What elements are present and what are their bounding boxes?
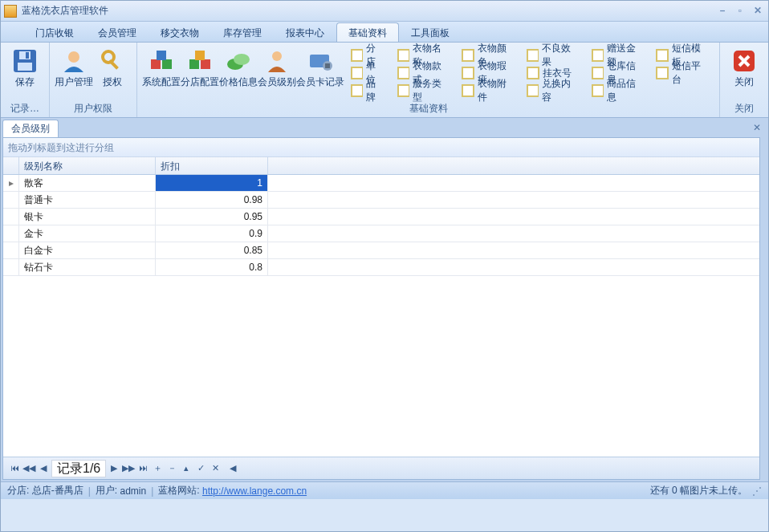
close-window-button[interactable]: ✕ — [751, 4, 765, 18]
nav-prev-button[interactable]: ◀ — [37, 462, 50, 475]
resize-grip-icon[interactable]: ⋰ — [752, 485, 762, 497]
cell-name[interactable]: 普通卡 — [19, 192, 156, 208]
ribbon-group-basedata-label: 基础资料 — [142, 100, 714, 116]
save-button[interactable]: 保存 — [6, 46, 44, 100]
status-sep: | — [151, 485, 153, 497]
status-user-label: 用户: — [96, 484, 117, 497]
member-icon — [264, 48, 290, 74]
cell-discount[interactable]: 0.95 — [156, 209, 268, 225]
cell-discount[interactable]: 0.8 — [156, 259, 268, 275]
svg-rect-44 — [593, 51, 603, 60]
status-upload-msg: 还有 0 幅图片未上传。 — [650, 484, 747, 497]
panel: 拖动列标题到这进行分组 级别名称 折扣 ▸ 散客 1 普通卡 0.98 — [2, 137, 760, 480]
tab-reports[interactable]: 报表中心 — [274, 22, 336, 42]
nav-scroll-left-button[interactable]: ◀ — [226, 462, 239, 475]
item-service-type[interactable]: 服务类型 — [394, 83, 453, 99]
svg-rect-8 — [162, 59, 172, 69]
table-row[interactable]: 白金卡 0.85 — [3, 242, 759, 259]
ribbon-group-close: 关闭 关闭 — [720, 43, 768, 117]
item-exchange[interactable]: 兑换内容 — [523, 83, 582, 99]
ribbon-list-col-6: 短信模板 短信平台 — [649, 46, 714, 100]
col-header-name[interactable]: 级别名称 — [19, 157, 156, 174]
status-user: admin — [120, 485, 147, 497]
close-panel-button[interactable]: 关闭 — [725, 46, 763, 100]
group-hint[interactable]: 拖动列标题到这进行分组 — [3, 138, 759, 157]
status-branch-label: 分店: — [7, 484, 29, 497]
panel-tab-close-button[interactable]: ✕ — [751, 122, 763, 135]
maximize-button[interactable]: ▫ — [733, 4, 747, 18]
nav-edit-button[interactable]: ▴ — [180, 462, 193, 475]
item-brand[interactable]: 品牌 — [348, 83, 388, 99]
svg-rect-3 — [26, 52, 29, 59]
svg-rect-36 — [463, 86, 473, 95]
data-navigator: ⏮ ◀◀ ◀ 记录1/6 ▶ ▶▶ ⏭ ＋ － ▴ ✓ ✕ ◀ — [3, 457, 759, 479]
tab-tools[interactable]: 工具面板 — [399, 22, 462, 42]
nav-next-button[interactable]: ▶ — [108, 462, 120, 475]
grid: 级别名称 折扣 ▸ 散客 1 普通卡 0.98 银卡 0.95 — [3, 157, 759, 457]
grid-body[interactable]: ▸ 散客 1 普通卡 0.98 银卡 0.95 金卡 0.9 — [3, 175, 759, 457]
table-icon — [397, 67, 409, 79]
user-mgmt-button[interactable]: 用户管理 — [55, 46, 93, 100]
item-goods[interactable]: 商品信息 — [588, 83, 647, 99]
row-indicator — [3, 225, 19, 242]
branch-config-button[interactable]: 分店配置 — [181, 46, 219, 100]
user-icon — [61, 48, 87, 74]
row-indicator — [3, 242, 19, 258]
cell-name[interactable]: 散客 — [19, 175, 156, 191]
cell-name[interactable]: 钻石卡 — [19, 259, 156, 275]
col-header-discount[interactable]: 折扣 — [156, 157, 268, 174]
table-row[interactable]: ▸ 散客 1 — [3, 175, 759, 192]
table-row[interactable]: 钻石卡 0.8 — [3, 259, 759, 276]
nav-remove-button[interactable]: － — [165, 462, 178, 475]
cell-discount[interactable]: 1 — [156, 175, 268, 191]
item-bad-effect[interactable]: 不良效果 — [523, 47, 582, 63]
ribbon: 保存 记录… 用户管理 授权 用户权限 系统配置 — [1, 43, 768, 118]
svg-point-14 — [234, 54, 250, 65]
auth-button[interactable]: 授权 — [93, 46, 132, 100]
cell-name[interactable]: 金卡 — [19, 225, 156, 242]
tab-inventory[interactable]: 库存管理 — [211, 22, 274, 42]
ribbon-list-col-2: 衣物名称 衣物款式 服务类型 — [391, 46, 456, 100]
nav-nextpage-button[interactable]: ▶▶ — [122, 462, 135, 475]
tab-store-cash[interactable]: 门店收银 — [23, 22, 86, 42]
member-level-button[interactable]: 会员级别 — [258, 46, 296, 100]
svg-rect-38 — [528, 51, 538, 60]
minimize-button[interactable]: － — [715, 4, 730, 18]
tab-transfer[interactable]: 移交衣物 — [149, 22, 211, 42]
grid-header: 级别名称 折扣 — [3, 157, 759, 175]
panel-tab-memberlevel[interactable]: 会员级别 — [2, 120, 59, 137]
item-sms-platform[interactable]: 短信平台 — [653, 65, 711, 81]
table-icon — [462, 67, 474, 79]
cell-discount[interactable]: 0.98 — [156, 192, 268, 208]
table-icon — [592, 67, 604, 79]
nav-prevpage-button[interactable]: ◀◀ — [22, 462, 35, 475]
table-row[interactable]: 银卡 0.95 — [3, 209, 759, 225]
app-icon — [4, 5, 17, 18]
svg-rect-12 — [195, 51, 205, 60]
nav-add-button[interactable]: ＋ — [151, 462, 164, 475]
sys-config-button[interactable]: 系统配置 — [142, 46, 181, 100]
svg-rect-24 — [352, 86, 362, 95]
tab-member-mgmt[interactable]: 会员管理 — [86, 22, 149, 42]
tab-basedata[interactable]: 基础资料 — [336, 22, 399, 42]
item-clothes-attach[interactable]: 衣物附件 — [458, 83, 517, 99]
nav-ok-button[interactable]: ✓ — [194, 462, 207, 475]
cell-discount[interactable]: 0.9 — [156, 225, 268, 242]
table-row[interactable]: 普通卡 0.98 — [3, 192, 759, 209]
cell-name[interactable]: 银卡 — [19, 209, 156, 225]
card-log-button[interactable]: 会员卡记录 — [296, 46, 344, 100]
key-icon — [100, 48, 125, 74]
svg-rect-34 — [463, 68, 473, 78]
status-site-link[interactable]: http://www.lange.com.cn — [202, 485, 307, 497]
svg-rect-50 — [657, 51, 667, 60]
nav-first-button[interactable]: ⏮ — [8, 462, 21, 475]
price-info-button[interactable]: 价格信息 — [219, 46, 258, 100]
statusbar: 分店: 总店-番禺店 | 用户: admin | 蓝格网站: http://ww… — [1, 481, 768, 499]
nav-cancel-button[interactable]: ✕ — [209, 462, 222, 475]
nav-last-button[interactable]: ⏭ — [136, 462, 149, 475]
cell-discount[interactable]: 0.85 — [156, 242, 268, 258]
table-icon — [656, 67, 668, 79]
card-icon — [307, 48, 333, 74]
table-row[interactable]: 金卡 0.9 — [3, 225, 759, 242]
cell-name[interactable]: 白金卡 — [19, 242, 156, 258]
